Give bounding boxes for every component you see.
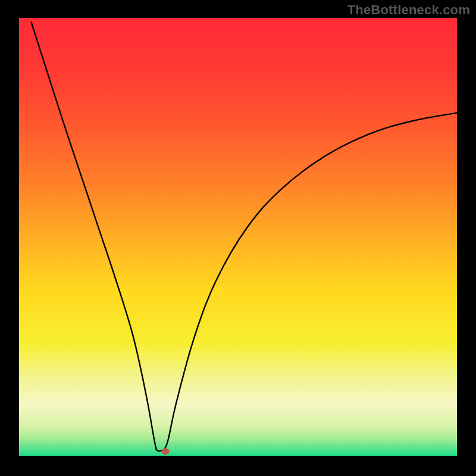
optimum-marker bbox=[161, 448, 169, 455]
bottleneck-plot bbox=[0, 0, 476, 476]
watermark-text: TheBottleneck.com bbox=[347, 2, 470, 18]
plot-background bbox=[19, 18, 457, 456]
chart-frame: TheBottleneck.com bbox=[0, 0, 476, 476]
